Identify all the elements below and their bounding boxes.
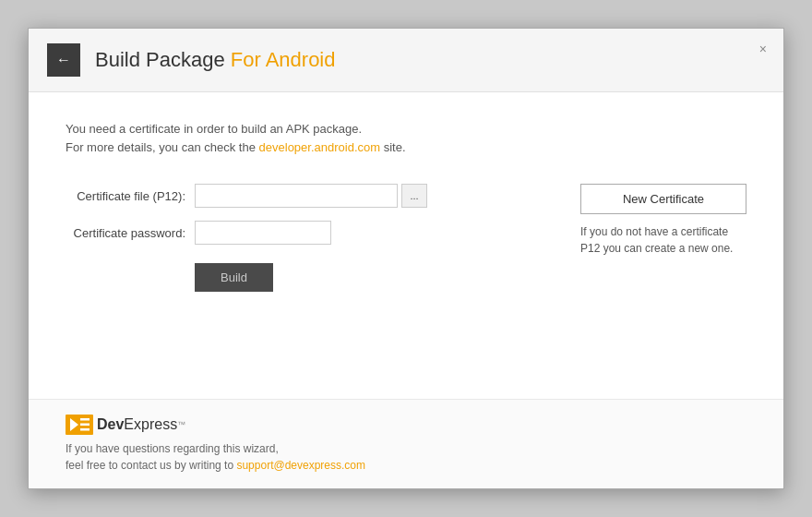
footer-logo: DevExpress™ xyxy=(66,415,746,435)
new-cert-description: If you do not have a certificate P12 you… xyxy=(580,223,746,257)
svg-rect-2 xyxy=(80,418,90,421)
cert-file-input-group: ... xyxy=(195,184,427,208)
logo-trademark: ™ xyxy=(177,420,185,429)
build-button[interactable]: Build xyxy=(195,263,273,292)
back-arrow-icon: ← xyxy=(56,53,71,67)
support-email-link[interactable]: support@devexpress.com xyxy=(236,459,365,472)
dialog-content: You need a certificate in order to build… xyxy=(29,92,783,399)
new-cert-panel: New Certificate If you do not have a cer… xyxy=(580,184,746,257)
info-text: You need a certificate in order to build… xyxy=(66,120,746,156)
dialog-header: ← Build Package For Android × xyxy=(29,29,783,92)
info-line2-prefix: For more details, you can check the xyxy=(66,140,259,154)
cert-file-label: Certificate file (P12): xyxy=(66,189,195,203)
devexpress-logo-icon xyxy=(66,415,93,435)
android-developer-link[interactable]: developer.android.com xyxy=(259,140,381,154)
back-button[interactable]: ← xyxy=(47,43,80,77)
form-area: Certificate file (P12): ... Certificate … xyxy=(66,184,746,292)
cert-password-row: Certificate password: xyxy=(66,221,543,245)
dialog-footer: DevExpress™ If you have questions regard… xyxy=(29,399,783,488)
cert-password-label: Certificate password: xyxy=(66,226,195,240)
build-package-dialog: ← Build Package For Android × You need a… xyxy=(28,28,784,489)
browse-button[interactable]: ... xyxy=(401,184,427,208)
cert-file-row: Certificate file (P12): ... xyxy=(66,184,543,208)
logo-dev-text: Dev xyxy=(97,416,124,433)
cert-file-input[interactable] xyxy=(195,184,398,208)
close-button[interactable]: × xyxy=(754,38,772,60)
cert-password-input[interactable] xyxy=(195,221,331,245)
title-part1: Build Package xyxy=(95,48,231,71)
build-button-row: Build xyxy=(66,263,543,292)
svg-rect-4 xyxy=(80,428,90,431)
new-certificate-button[interactable]: New Certificate xyxy=(580,184,746,214)
svg-rect-3 xyxy=(80,424,90,427)
logo-express-text: Express xyxy=(124,416,177,433)
form-fields: Certificate file (P12): ... Certificate … xyxy=(66,184,543,292)
footer-contact: If you have questions regarding this wiz… xyxy=(66,440,746,474)
title-part2: For Android xyxy=(231,48,336,71)
dialog-title: Build Package For Android xyxy=(95,48,336,72)
info-line1: You need a certificate in order to build… xyxy=(66,122,362,136)
footer-contact-line1: If you have questions regarding this wiz… xyxy=(66,442,279,455)
info-line2-suffix: site. xyxy=(380,140,405,154)
footer-contact-line2-prefix: feel free to contact us by writing to xyxy=(66,459,236,472)
